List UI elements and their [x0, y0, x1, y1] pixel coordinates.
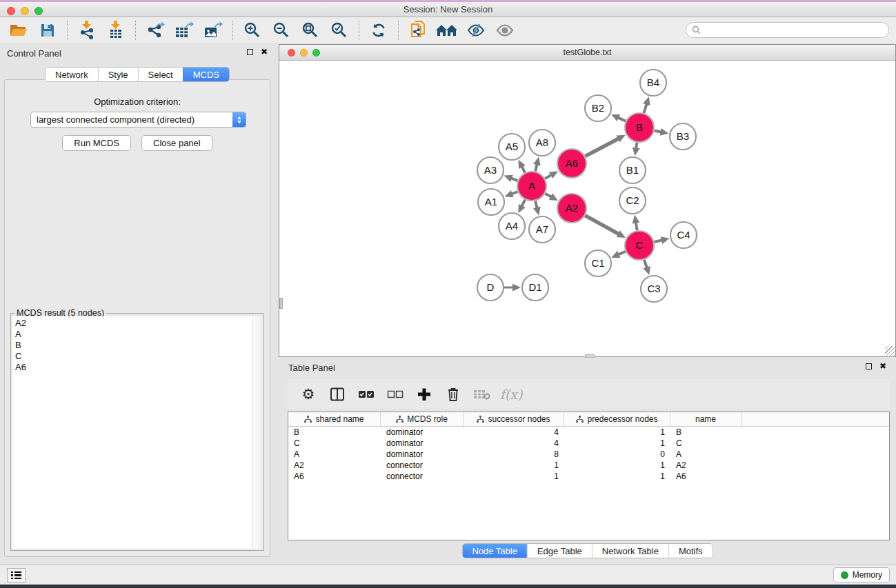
table-cell[interactable]: A2 [288, 460, 381, 470]
table-cell[interactable]: A [288, 449, 381, 459]
new-network-from-selection-button[interactable] [404, 19, 432, 41]
graph-node[interactable]: A8 [529, 130, 555, 156]
zoom-selected-button[interactable] [325, 19, 354, 41]
mcds-result-item[interactable]: A2 [15, 318, 252, 329]
tab-network[interactable]: Network [46, 68, 98, 81]
table-cell[interactable]: 1 [564, 472, 670, 481]
show-panels-button[interactable] [490, 19, 519, 41]
graph-node[interactable]: A4 [499, 213, 525, 239]
close-window-button[interactable] [7, 7, 15, 15]
minimize-window-button[interactable] [21, 7, 29, 15]
table-cell[interactable]: A6 [288, 472, 381, 481]
table-cell[interactable]: 1 [464, 472, 564, 481]
graph-node[interactable]: C1 [585, 250, 611, 276]
table-cell[interactable]: B [288, 427, 381, 437]
criterion-select[interactable]: largest connected component (directed) [30, 112, 246, 128]
table-cell[interactable]: 1 [464, 460, 564, 470]
import-table-button[interactable] [101, 19, 130, 41]
show-columns-button[interactable] [328, 385, 347, 404]
export-image-button[interactable] [199, 19, 228, 41]
tab-mcds[interactable]: MCDS [183, 68, 229, 81]
create-column-button[interactable] [415, 385, 434, 404]
tab-edge-table[interactable]: Edge Table [527, 544, 592, 558]
zoom-in-button[interactable] [238, 19, 267, 41]
export-network-button[interactable] [141, 19, 170, 41]
unselect-all-columns-button[interactable] [386, 385, 405, 404]
graph-edge[interactable] [585, 138, 619, 156]
table-cell[interactable]: A [670, 449, 741, 459]
tab-style[interactable]: Style [98, 68, 138, 81]
search-input[interactable] [704, 24, 888, 37]
import-network-button[interactable] [72, 19, 101, 41]
result-scrollbar[interactable] [252, 316, 262, 549]
mcds-result-item[interactable]: C [15, 351, 252, 362]
search-field[interactable] [686, 22, 889, 38]
column-header[interactable]: predecessor nodes [564, 412, 670, 426]
tab-motifs[interactable]: Motifs [668, 544, 713, 558]
column-header[interactable]: MCDS role [381, 412, 464, 426]
table-row[interactable]: A6connector11A6 [288, 471, 889, 482]
hide-panels-button[interactable] [461, 19, 490, 41]
graph-edge[interactable] [644, 260, 647, 269]
table-cell[interactable]: connector [381, 460, 464, 470]
table-cell[interactable]: 4 [464, 438, 564, 448]
tab-network-table[interactable]: Network Table [592, 544, 668, 558]
table-row[interactable]: Adominator80A [288, 449, 889, 460]
table-cell[interactable]: 1 [564, 438, 670, 448]
delete-column-button[interactable] [444, 385, 463, 404]
cybrowser-button[interactable] [432, 19, 461, 41]
select-all-columns-button[interactable] [357, 385, 376, 404]
float-panel-icon[interactable] [247, 49, 253, 55]
graph-node[interactable]: C4 [670, 222, 697, 248]
graph-node[interactable]: B4 [640, 70, 666, 96]
open-session-button[interactable] [4, 19, 33, 41]
table-cell[interactable]: 1 [564, 427, 670, 437]
graph-node[interactable]: C2 [619, 187, 646, 214]
graph-node[interactable]: A5 [499, 134, 525, 160]
float-table-panel-icon[interactable] [866, 363, 872, 369]
table-cell[interactable]: dominator [381, 438, 464, 448]
table-cell[interactable]: 0 [564, 449, 670, 459]
bottom-divider-handle[interactable] [585, 354, 595, 358]
save-session-button[interactable] [33, 19, 62, 41]
table-cell[interactable]: 4 [464, 427, 564, 437]
table-cell[interactable]: A6 [670, 472, 741, 481]
graph-node[interactable]: C3 [641, 276, 667, 302]
network-close-button[interactable] [288, 49, 295, 57]
graph-edge[interactable] [644, 103, 646, 113]
table-options-button[interactable]: ⚙ [299, 385, 318, 404]
network-canvas[interactable]: AA1A2A3A4A5A6A7A8BB1B2B3B4CC1C2C3C4DD1 [279, 61, 895, 356]
table-row[interactable]: Cdominator41C [288, 438, 889, 449]
export-table-button[interactable] [170, 19, 199, 41]
table-cell[interactable]: connector [381, 472, 464, 481]
column-header[interactable]: successor nodes [464, 412, 564, 426]
network-maximize-button[interactable] [312, 49, 320, 57]
graph-node[interactable]: B [625, 113, 654, 142]
network-minimize-button[interactable] [300, 49, 308, 57]
graph-node[interactable]: A3 [477, 157, 504, 183]
memory-button[interactable]: Memory [833, 567, 890, 582]
graph-node[interactable]: D [477, 274, 504, 301]
close-table-panel-icon[interactable]: ✖ [879, 363, 886, 369]
mcds-result-list[interactable]: A2ABCA6 [12, 316, 252, 549]
graph-node[interactable]: A6 [557, 149, 586, 178]
mcds-result-item[interactable]: A6 [15, 362, 252, 373]
tab-select[interactable]: Select [138, 68, 183, 81]
zoom-fit-button[interactable] [296, 19, 325, 41]
window-resize-grip[interactable] [885, 346, 895, 356]
run-mcds-button[interactable]: Run MCDS [62, 135, 131, 151]
graph-node[interactable]: A7 [529, 216, 555, 243]
left-divider-handle[interactable] [279, 298, 283, 309]
graph-node[interactable]: C [625, 231, 654, 260]
table-cell[interactable]: dominator [381, 449, 464, 459]
graph-node[interactable]: B3 [670, 123, 696, 150]
close-panel-button[interactable]: Close panel [141, 135, 212, 151]
mcds-result-item[interactable]: A [15, 329, 252, 340]
graph-node[interactable]: A2 [557, 194, 586, 223]
table-cell[interactable]: A2 [670, 460, 741, 470]
table-cell[interactable]: 1 [564, 460, 670, 470]
table-cell[interactable]: C [670, 438, 741, 448]
tab-node-table[interactable]: Node Table [462, 544, 527, 558]
graph-node[interactable]: D1 [522, 274, 548, 301]
table-row[interactable]: Bdominator41B [288, 427, 889, 438]
